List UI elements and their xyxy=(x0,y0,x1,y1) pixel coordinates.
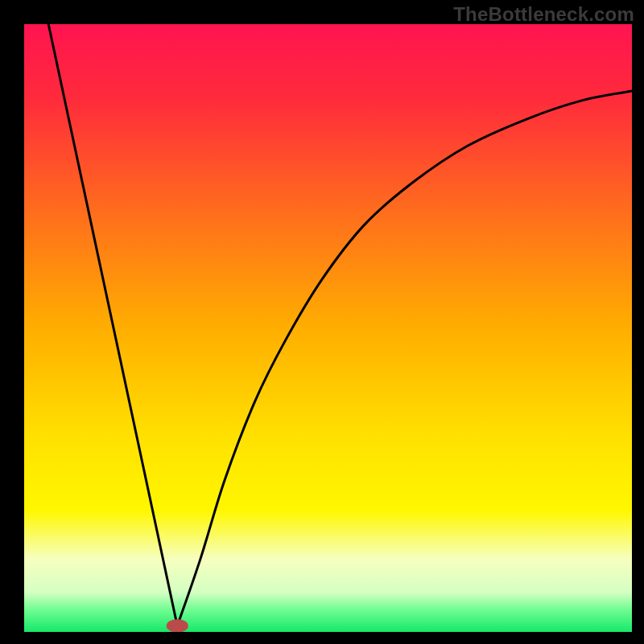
chart-svg xyxy=(24,24,632,632)
gradient-rect xyxy=(24,24,632,632)
watermark-text: TheBottleneck.com xyxy=(453,3,634,26)
plot-area xyxy=(24,24,632,632)
minimum-marker xyxy=(167,619,188,632)
chart-frame: TheBottleneck.com xyxy=(0,0,644,644)
